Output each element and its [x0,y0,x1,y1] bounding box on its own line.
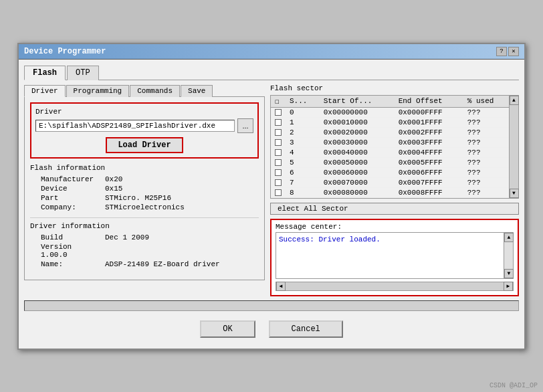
message-center: Message center: Success: Driver loaded. … [270,219,519,296]
flash-info-section: Flash information Manufacturer 0x20 Devi… [30,164,259,212]
sector-col-start: Start Of... [320,96,395,108]
sector-s-cell: 0 [286,107,320,117]
sector-used-cell: ??? [463,177,509,187]
sector-s-cell: 4 [286,147,320,157]
sector-checkbox-cell[interactable] [271,157,286,167]
sector-checkbox-cell[interactable] [271,127,286,137]
title-bar-buttons: ? ✕ [496,47,519,56]
table-row: 1 0x00010000 0x0001FFFF ??? [271,117,509,127]
sector-s-cell: 6 [286,167,320,177]
outer-tab-bar: Flash OTP [24,65,519,80]
tab-driver[interactable]: Driver [24,85,66,97]
scroll-up-arrow[interactable]: ▲ [510,96,519,105]
sector-start-cell: 0x00040000 [320,147,395,157]
message-box: Success: Driver loaded. ▲ ▼ [276,232,514,279]
sector-s-cell: 1 [286,117,320,127]
main-window: Device Programmer ? ✕ Flash OTP Driver P… [17,43,526,350]
flash-info-row-0: Manufacturer 0x20 [30,175,259,184]
flash-part-val: STMicro. M25P16 [105,194,259,202]
tab-flash[interactable]: Flash [24,66,66,80]
sector-table-container: ☐ S... Start Of... End Offset % used 0 0… [270,95,519,199]
select-sector-btn[interactable]: elect All Sector [270,203,519,215]
sector-checkbox-cell[interactable] [271,167,286,177]
tab-otp[interactable]: OTP [67,66,99,80]
sector-scrollbar: ▲ ▼ [509,96,518,198]
sector-end-cell: 0x0000FFFF [395,107,463,117]
msg-scroll-down[interactable]: ▼ [504,269,514,278]
driver-input-row: ... [35,118,253,133]
sector-checkbox-cell[interactable] [271,117,286,127]
ok-button[interactable]: OK [200,320,255,338]
tab-commands[interactable]: Commands [130,85,180,97]
message-center-title: Message center: [276,223,514,231]
h-scrollbar: ◀ ▶ [276,282,514,291]
sector-used-cell: ??? [463,107,509,117]
driver-build-val: Dec 1 2009 [105,233,259,241]
sector-used-cell: ??? [463,147,509,157]
sector-s-cell: 3 [286,137,320,147]
hscroll-right[interactable]: ▶ [504,282,513,291]
window-content: Flash OTP Driver Programming Commands Sa… [19,60,524,349]
sector-checkbox-cell[interactable] [271,177,286,187]
driver-build-key: Build [41,233,94,241]
help-button[interactable]: ? [496,47,507,56]
sector-s-cell: 8 [286,187,320,197]
table-row: 8 0x00080000 0x0008FFFF ??? [271,187,509,197]
flash-device-key: Device [41,185,94,193]
sector-start-cell: 0x00010000 [320,117,395,127]
tab-programming[interactable]: Programming [66,85,130,97]
driver-info-section: Driver information Build Dec 1 2009 Vers… [30,217,259,269]
table-row: 3 0x00030000 0x0003FFFF ??? [271,137,509,147]
sector-end-cell: 0x0005FFFF [395,157,463,167]
sector-used-cell: ??? [463,167,509,177]
driver-info-row-2: Name: ADSP-21489 EZ-Board driver [30,260,259,269]
sector-start-cell: 0x00030000 [320,137,395,147]
flash-manufacturer-val: 0x20 [105,175,259,183]
sector-s-cell: 5 [286,157,320,167]
browse-button[interactable]: ... [237,118,253,133]
inner-tab-bar: Driver Programming Commands Save [24,84,265,97]
sector-table: ☐ S... Start Of... End Offset % used 0 0… [271,96,509,198]
flash-company-key: Company: [41,203,94,211]
cancel-button[interactable]: Cancel [269,320,343,338]
flash-device-val: 0x15 [105,185,259,193]
driver-info-title: Driver information [30,222,259,230]
sector-s-cell: 7 [286,177,320,187]
message-scrollbar: ▲ ▼ [504,233,513,278]
sector-start-cell: 0x00060000 [320,167,395,177]
sector-end-cell: 0x0004FFFF [395,147,463,157]
sector-col-check: ☐ [271,96,286,108]
tab-save[interactable]: Save [181,85,213,97]
progress-bar [24,300,519,311]
msg-scroll-track [504,242,513,269]
sector-checkbox-cell[interactable] [271,147,286,157]
msg-scroll-up[interactable]: ▲ [504,233,514,242]
load-driver-button[interactable]: Load Driver [106,137,183,153]
close-button[interactable]: ✕ [508,47,519,56]
driver-input[interactable] [35,120,235,132]
title-bar: Device Programmer ? ✕ [19,44,524,60]
table-row: 6 0x00060000 0x0006FFFF ??? [271,167,509,177]
hscroll-left[interactable]: ◀ [276,282,286,291]
driver-info-row-1: Version 1.00.0 [30,242,259,260]
sector-checkbox-cell[interactable] [271,187,286,197]
sector-col-end: End Offset [395,96,463,108]
sector-checkbox-cell[interactable] [271,137,286,147]
sector-used-cell: ??? [463,127,509,137]
sector-used-cell: ??? [463,137,509,147]
flash-info-row-3: Company: STMicroelectronics [30,203,259,212]
sector-checkbox-cell[interactable] [271,107,286,117]
driver-version-key: Version 1.00.0 [41,243,94,259]
driver-version-val [105,243,259,259]
watermark: CSDN @ADI_OP [490,382,538,389]
scroll-down-arrow[interactable]: ▼ [510,189,519,198]
table-row: 5 0x00050000 0x0005FFFF ??? [271,157,509,167]
bottom-buttons: OK Cancel [24,315,519,343]
table-row: 0 0x00000000 0x0000FFFF ??? [271,107,509,117]
sector-end-cell: 0x0001FFFF [395,117,463,127]
sector-col-used: % used [463,96,509,108]
main-area: Driver Programming Commands Save Driver … [24,84,519,296]
sector-used-cell: ??? [463,117,509,127]
sector-start-cell: 0x00050000 [320,157,395,167]
window-title: Device Programmer [24,47,106,56]
